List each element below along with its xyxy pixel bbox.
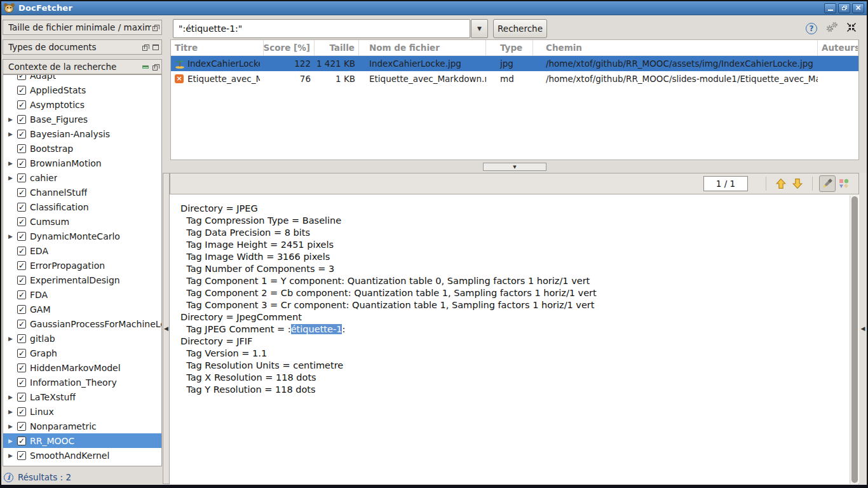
preview-collapse-button[interactable]: ▼ — [483, 163, 546, 171]
tree-item-BrownianMotion[interactable]: ▶✓BrownianMotion — [3, 156, 161, 170]
search-input[interactable] — [173, 19, 470, 38]
tree-item-AppliedStats[interactable]: ✓AppliedStats — [3, 83, 161, 97]
page-indicator[interactable]: 1 / 1 — [703, 176, 748, 191]
checkbox[interactable]: ✓ — [17, 144, 26, 153]
column-header-type[interactable]: Type — [486, 40, 533, 55]
restore-icon[interactable] — [153, 25, 159, 30]
column-header-taille[interactable]: Taille — [315, 40, 359, 55]
expand-arrow-icon[interactable]: ▶ — [8, 394, 17, 400]
tree-item-RR_MOOC[interactable]: ▶✓RR_MOOC — [3, 433, 161, 448]
checkbox[interactable]: ✓ — [17, 276, 26, 285]
column-header-titre[interactable]: Titre — [171, 40, 264, 55]
expand-arrow-icon[interactable]: ▶ — [8, 116, 17, 123]
tree-item-Information_Theory[interactable]: ✓Information_Theory — [3, 375, 161, 390]
checkbox[interactable]: ✓ — [17, 159, 26, 168]
shapes-legend-icon[interactable] — [836, 175, 852, 192]
tree-item-Classification[interactable]: ✓Classification — [3, 200, 161, 214]
preferences-gears-icon[interactable] — [825, 22, 838, 35]
checkbox[interactable]: ✓ — [17, 320, 26, 329]
expand-arrow-icon[interactable]: ▶ — [8, 452, 17, 459]
restore-button[interactable] — [838, 3, 850, 13]
checkbox[interactable]: ✓ — [17, 451, 26, 460]
checkbox[interactable]: ✓ — [17, 173, 26, 182]
scrollbar-thumb[interactable] — [851, 196, 858, 483]
checkbox[interactable]: ✓ — [17, 130, 26, 139]
tree-item-Cumsum[interactable]: ✓Cumsum — [3, 214, 161, 229]
result-row-jpg[interactable]: IndexCahierLocke1221 421 KBIndexCahierLo… — [171, 56, 858, 71]
panel-header-document-types[interactable]: Types de documents — [3, 39, 162, 55]
checkbox[interactable]: ✓ — [17, 86, 26, 95]
column-header-auteurs[interactable]: Auteurs — [818, 40, 858, 55]
highlighter-toggle-button[interactable] — [819, 175, 836, 192]
tree-item-Linux[interactable]: ▶✓Linux — [3, 404, 161, 419]
tree-item-GAM[interactable]: ✓GAM — [3, 302, 161, 316]
tree-item-Nonparametric[interactable]: ▶✓Nonparametric — [3, 419, 161, 433]
maximize-icon[interactable] — [153, 44, 159, 50]
checkbox[interactable]: ✓ — [17, 217, 26, 226]
tree-item-ExperimentalDesign[interactable]: ✓ExperimentalDesign — [3, 273, 161, 287]
tree-item-cahier[interactable]: ▶✓cahier — [3, 170, 161, 185]
checkbox[interactable]: ✓ — [17, 363, 26, 372]
panel-header-search-scope[interactable]: Contexte de la recherche — [3, 59, 162, 74]
tree-item-GaussianProcessForMachineLea[interactable]: ✓GaussianProcessForMachineLea — [3, 316, 161, 331]
checkbox[interactable]: ✓ — [17, 261, 26, 270]
preview-scrollbar[interactable] — [850, 195, 858, 484]
checkbox[interactable]: ✓ — [17, 378, 26, 387]
panel-header-file-size[interactable]: Taille de fichier minimale / maximale — [3, 20, 162, 35]
tree-item-DynamicMonteCarlo[interactable]: ▶✓DynamicMonteCarlo — [3, 229, 161, 243]
checkbox[interactable]: ✓ — [17, 74, 26, 80]
tree-item-Base_Figures[interactable]: ▶✓Base_Figures — [3, 112, 161, 126]
tree-item-LaTeXstuff[interactable]: ▶✓LaTeXstuff — [3, 390, 161, 404]
tree-item-gitlab[interactable]: ▶✓gitlab — [3, 331, 161, 346]
previous-occurrence-button[interactable] — [773, 175, 789, 192]
results-table-header[interactable]: TitreScore [%]TailleNom de fichierTypeCh… — [171, 40, 858, 56]
restore-icon[interactable] — [153, 64, 159, 70]
search-history-dropdown-button[interactable]: ▼ — [471, 19, 488, 38]
tree-item-EDA[interactable]: ✓EDA — [3, 243, 161, 258]
tree-item-Bayesian-Analysis[interactable]: ▶✓Bayesian-Analysis — [3, 126, 161, 141]
checkbox[interactable]: ✓ — [17, 232, 26, 241]
expand-arrow-icon[interactable]: ▶ — [8, 175, 17, 181]
result-row-md[interactable]: ×Etiquette_avec_Markdown761 KBEtiquette_… — [171, 71, 858, 86]
expand-arrow-icon[interactable]: ▶ — [8, 160, 17, 166]
expand-arrow-icon[interactable]: ▶ — [8, 131, 17, 137]
column-header-score-[interactable]: Score [%] — [264, 40, 315, 55]
checkbox[interactable]: ✓ — [17, 247, 26, 255]
checkbox[interactable]: ✓ — [17, 422, 26, 431]
expand-arrow-icon[interactable]: ▶ — [8, 409, 17, 415]
checkbox[interactable]: ✓ — [17, 437, 26, 445]
minimize-icon[interactable] — [142, 65, 149, 69]
expand-arrow-icon[interactable]: ▶ — [8, 233, 17, 240]
column-header-chemin[interactable]: Chemin — [533, 40, 818, 55]
checkbox[interactable]: ✓ — [17, 305, 26, 314]
checkbox[interactable]: ✓ — [17, 188, 26, 197]
checkbox[interactable]: ✓ — [17, 393, 26, 402]
checkbox[interactable]: ✓ — [17, 349, 26, 358]
preview-left-sash[interactable]: ◀ — [163, 173, 170, 484]
checkbox[interactable]: ✓ — [17, 290, 26, 299]
minimize-button[interactable] — [824, 3, 836, 13]
compact-view-icon[interactable] — [846, 22, 857, 35]
preview-right-sash[interactable]: ◀ — [859, 173, 867, 484]
tree-item-Bootstrap[interactable]: ✓Bootstrap — [3, 141, 161, 156]
checkbox[interactable]: ✓ — [17, 407, 26, 416]
next-occurrence-button[interactable] — [789, 175, 806, 192]
search-button[interactable]: Recherche — [493, 19, 547, 38]
restore-icon[interactable] — [142, 44, 149, 50]
tree-item-SmoothAndKernel[interactable]: ▶✓SmoothAndKernel — [3, 448, 161, 463]
column-header-nom-de-fichier[interactable]: Nom de fichier — [359, 40, 486, 55]
tree-item-FDA[interactable]: ✓FDA — [3, 287, 161, 302]
checkbox[interactable]: ✓ — [17, 203, 26, 212]
checkbox[interactable]: ✓ — [17, 100, 26, 109]
expand-arrow-icon[interactable]: ▶ — [8, 423, 17, 430]
expand-arrow-icon[interactable]: ▶ — [8, 336, 17, 342]
preview-text[interactable]: Directory = JPEG Tag Compression Type = … — [170, 194, 850, 484]
checkbox[interactable]: ✓ — [17, 115, 26, 124]
checkbox[interactable]: ✓ — [17, 334, 26, 343]
tree-item-ChannelStuff[interactable]: ✓ChannelStuff — [3, 185, 161, 200]
tree-item-HiddenMarkovModel[interactable]: ✓HiddenMarkovModel — [3, 360, 161, 375]
tree-item-Asymptotics[interactable]: ✓Asymptotics — [3, 97, 161, 112]
expand-arrow-icon[interactable]: ▶ — [8, 438, 17, 444]
tree-item-Adapt[interactable]: ✓Adapt — [3, 74, 161, 83]
help-icon[interactable]: ? — [806, 23, 817, 34]
